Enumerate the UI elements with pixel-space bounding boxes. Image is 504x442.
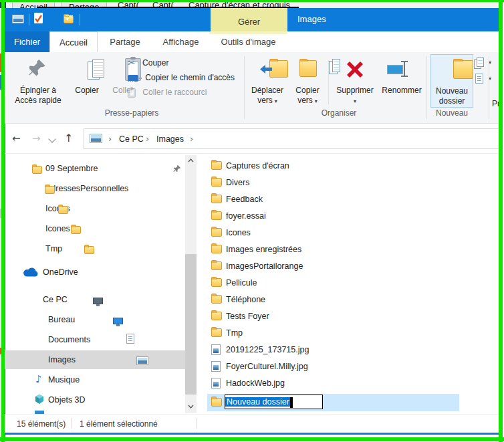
sidebar-item-quick-folder[interactable]: Icones [45, 219, 70, 238]
breadcrumb-chevron-icon[interactable]: › [146, 134, 149, 144]
file-row[interactable]: Captures d'écran [207, 158, 459, 175]
file-row-new-folder[interactable]: Nouveau dossier [207, 394, 459, 411]
up-button[interactable]: ↑ [64, 132, 73, 144]
sidebar-item-bureau[interactable]: Bureau [48, 310, 75, 329]
paste-shortcut-label: Coller le raccourci [142, 88, 207, 97]
move-to-icon [269, 60, 288, 78]
back-button[interactable]: ← [12, 132, 21, 144]
file-row[interactable]: foyer.essai [207, 208, 459, 225]
folder-icon [211, 211, 222, 220]
move-to-button[interactable]: Déplacer vers [247, 54, 288, 108]
file-name: FoyerCulturel.Milly.jpg [226, 358, 308, 375]
file-name: Pellicule [226, 275, 257, 292]
file-row[interactable]: Tests Foyer [207, 308, 459, 325]
delete-button[interactable]: Supprimer [331, 54, 379, 108]
rename-button[interactable]: Renommer [379, 54, 424, 108]
folder-icon [211, 228, 222, 237]
items-count: 15 élément(s) [17, 419, 66, 429]
file-row[interactable]: 20191225_173715.jpg [207, 342, 459, 358]
rename-icon [387, 64, 406, 74]
scroll-down-icon[interactable] [188, 405, 193, 410]
sidebar-item-musique[interactable]: Musique [48, 370, 80, 389]
sidebar-item-quick-folder[interactable]: AdressesPersonnelles [45, 179, 128, 198]
copy-to-label-line2: vers [297, 96, 318, 105]
file-row[interactable]: Tmp [207, 325, 459, 342]
file-name: Captures d'écran [226, 158, 289, 175]
pin-to-quick-access-button[interactable]: Épingler à Accès rapide [7, 54, 69, 108]
qat-properties-icon[interactable] [34, 13, 43, 23]
selected-count: 1 élément sélectionné [80, 419, 158, 429]
screen: Accueil Partage Capt( Capt( Capture d'éc… [0, 0, 504, 442]
copy-to-button[interactable]: Copier vers [288, 54, 327, 108]
file-row[interactable]: Icones [207, 225, 459, 241]
easy-access-button[interactable]: ▾ [474, 58, 497, 70]
file-row[interactable]: Divers [207, 175, 459, 191]
sidebar-item-ce-pc[interactable]: Ce PC [43, 290, 68, 309]
folder-icon [211, 161, 222, 170]
new-folder-button[interactable]: Nouveau dossier [430, 54, 473, 108]
paste-shortcut-icon [128, 88, 136, 98]
breadcrumb-images[interactable]: Images [156, 134, 184, 144]
file-row[interactable]: FoyerCulturel.Milly.jpg [207, 358, 459, 375]
sidebar-item-onedrive[interactable]: OneDrive [43, 263, 78, 282]
tab-accueil[interactable]: Accueil [49, 31, 98, 52]
sidebar-selected-highlight [5, 350, 185, 369]
folder-icon [84, 246, 94, 254]
pin-label-line2: Accès rapide [15, 96, 61, 105]
file-row[interactable]: ImagesPortailorange [207, 258, 459, 275]
file-row[interactable]: Pellicule [207, 275, 459, 292]
tab-outils-image[interactable]: Outils d'image [209, 31, 287, 52]
breadcrumb-chevron-icon[interactable]: › [108, 134, 112, 144]
breadcrumb-ce-pc[interactable]: Ce PC [119, 134, 144, 144]
file-row[interactable]: Feedback [207, 191, 459, 208]
file-row[interactable]: Images enregistrées [207, 241, 459, 258]
qat-customize-icon[interactable]: ▾ [65, 13, 74, 23]
objects-3d-icon [34, 394, 45, 405]
manage-contextual-tab[interactable]: Gérer [211, 8, 287, 31]
scroll-up-icon[interactable] [188, 158, 193, 164]
window-title: Images [297, 14, 326, 24]
rename-input[interactable]: Nouveau dossier [225, 395, 323, 409]
copy-to-label-line1: Copier [295, 86, 319, 95]
scrollbar-thumb[interactable] [185, 254, 197, 395]
sidebar-item-documents[interactable]: Documents [48, 330, 90, 349]
pane-divider [5, 153, 504, 154]
folder-icon [211, 195, 222, 203]
tab-fichier[interactable]: Fichier [5, 31, 49, 52]
new-folder-label-line2: dossier [439, 96, 465, 106]
desktop-icon [113, 318, 123, 324]
copy-path-button[interactable]: W Copier le chemin d'accès [128, 71, 235, 85]
sidebar-item-quick-folder[interactable]: Tmp [45, 239, 62, 258]
group-label-new: Nouveau [421, 108, 483, 118]
folder-icon [211, 398, 222, 407]
folder-icon [58, 206, 68, 214]
image-file-icon [211, 361, 221, 372]
copy-button[interactable]: Copier [69, 54, 105, 108]
manage-tab-label: Gérer [211, 17, 287, 27]
rename-label: Renommer [382, 86, 421, 95]
sidebar-item-quick-folder[interactable]: 09 Septembre [45, 159, 98, 178]
file-name: Tmp [226, 325, 243, 342]
copy-icon [88, 60, 105, 81]
ribbon: Épingler à Accès rapide Copier Coller ✂ … [5, 52, 504, 124]
file-name: ImagesPortailorange [226, 258, 303, 275]
new-folder-label-line1: Nouveau [436, 86, 468, 96]
folder-icon [211, 278, 222, 287]
rename-selected-text: Nouveau dossier [225, 397, 290, 407]
sidebar-scrollbar[interactable] [185, 155, 197, 413]
move-arrow-icon [260, 65, 272, 74]
tab-partage[interactable]: Partage [98, 31, 152, 52]
file-row[interactable]: Téléphone [207, 292, 459, 308]
sidebar-item-images[interactable]: Images [48, 350, 76, 369]
cut-button[interactable]: ✂ Couper [128, 56, 168, 70]
pictures-icon [136, 356, 148, 365]
file-row[interactable]: HadockWeb.jpg [207, 375, 459, 392]
sidebar-item-objets-3d[interactable]: Objets 3D [48, 391, 86, 409]
tab-affichage[interactable]: Affichage [152, 31, 209, 52]
breadcrumb-chevron-icon[interactable]: › [190, 134, 193, 144]
delete-icon [344, 59, 366, 80]
pin-icon [29, 58, 47, 82]
forward-button: → [32, 132, 41, 144]
address-bar[interactable]: › Ce PC › Images › [84, 128, 499, 149]
new-item-button[interactable]: ▾ [474, 74, 497, 86]
